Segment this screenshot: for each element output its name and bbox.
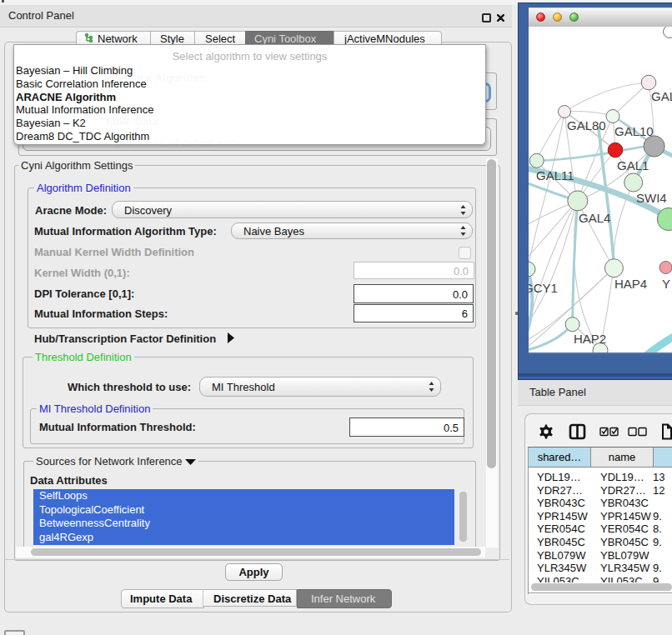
svg-text:GAL7: GAL7 xyxy=(651,89,672,103)
svg-text:GAL11: GAL11 xyxy=(536,168,574,182)
svg-text:Y: Y xyxy=(662,277,670,291)
svg-text:GAL4: GAL4 xyxy=(579,211,610,225)
svg-text:GAL10: GAL10 xyxy=(614,124,654,138)
svg-text:GAL1: GAL1 xyxy=(617,158,649,172)
svg-text:SWI4: SWI4 xyxy=(636,191,667,205)
svg-text:HAP2: HAP2 xyxy=(574,332,606,346)
svg-text:GCY1: GCY1 xyxy=(529,281,558,295)
svg-text:HAP4: HAP4 xyxy=(614,277,647,291)
svg-text:GAL80: GAL80 xyxy=(567,118,606,132)
